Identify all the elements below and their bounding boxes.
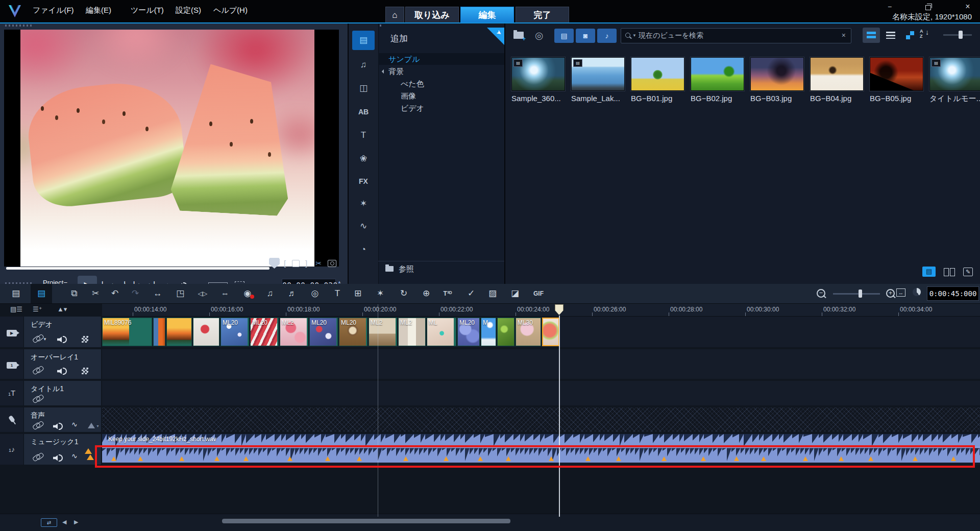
track-header-overlay[interactable]: 1 オーバーレイ1 <box>0 349 101 379</box>
transition-library-icon[interactable]: ◫ <box>352 79 375 98</box>
sort-button[interactable]: ↓AZ <box>920 29 923 39</box>
gallery-item[interactable]: BG−B04.jpg <box>810 57 864 103</box>
check-overlay-button[interactable]: ✓ <box>463 287 479 300</box>
fx-library-icon[interactable]: FX <box>352 172 375 191</box>
thumbnail-size-slider-thumb[interactable] <box>959 31 963 39</box>
audio-point-icon[interactable] <box>88 423 95 428</box>
split-clip-button[interactable]: ◁▷ <box>195 287 210 300</box>
waveform-toggle-icon[interactable]: ∿ <box>71 452 78 460</box>
timeline-clip[interactable]: ML20 <box>339 318 368 346</box>
tree-item-画像[interactable]: 画像 <box>378 90 504 102</box>
track-list-icon[interactable]: ▤☰ <box>10 305 22 313</box>
timeline-view-button[interactable]: ▤ <box>34 287 49 300</box>
track-header-title[interactable]: 1T タイトル1 <box>0 381 101 405</box>
gallery-item[interactable]: BG−B05.jpg <box>870 57 923 103</box>
overlay-library-icon[interactable]: ❀ <box>352 149 375 168</box>
timeline-clip[interactable]: ML2 <box>369 318 397 346</box>
timeline-clip[interactable]: M <box>481 318 496 346</box>
horizontal-scrollbar[interactable] <box>222 519 510 523</box>
menu-item-3[interactable]: 設定(S) <box>176 6 201 15</box>
thumbnail-size-slider[interactable] <box>943 34 972 36</box>
timeline-clip[interactable]: ML20 <box>309 318 338 346</box>
gallery-item[interactable]: BG−B01.jpg <box>631 57 684 103</box>
tab-編集[interactable]: 編集 <box>460 7 514 22</box>
audio-mixer-button[interactable]: ♫ <box>262 287 278 300</box>
record-capture-button[interactable]: ◉ <box>240 287 255 300</box>
gallery-item[interactable]: ▤Sample_Lak... <box>571 57 625 103</box>
filter-photo-toggle[interactable]: ◙ <box>576 29 595 43</box>
timeline-clip[interactable]: ML2 <box>280 318 308 346</box>
menu-item-2[interactable]: ツール(T) <box>131 6 164 15</box>
resize-button[interactable]: ◳ <box>173 287 188 300</box>
expand-icon[interactable] <box>382 69 386 74</box>
split-tools-button[interactable]: ✂ <box>88 287 103 300</box>
grid-button[interactable]: ⊞ <box>350 287 365 300</box>
track-header-voice[interactable]: 音声 ∿ ▼ <box>0 407 101 432</box>
gif-creator-button[interactable]: GIF <box>531 287 546 300</box>
pin-panel-toggle[interactable]: ➤ <box>487 28 504 45</box>
menu-item-4[interactable]: ヘルプ(H) <box>213 6 248 15</box>
panel-drag-handle[interactable] <box>5 25 33 27</box>
link-icon[interactable] <box>32 395 41 403</box>
timeline-clip[interactable]: ML <box>427 318 456 346</box>
gallery-item[interactable]: ▤タイトルモー... <box>929 57 980 104</box>
project-duration-icon[interactable] <box>913 288 921 296</box>
close-button[interactable]: × <box>963 3 973 11</box>
tab-home[interactable]: ⌂ <box>385 7 404 22</box>
timeline-clip[interactable]: MIL89076 <box>102 318 152 346</box>
scroll-right-icon[interactable]: ▶ <box>74 519 78 525</box>
search-clear-icon[interactable]: × <box>842 31 846 39</box>
tree-item-背景[interactable]: 背景 <box>378 65 504 77</box>
link-icon[interactable] <box>32 422 41 430</box>
timeline-clip[interactable] <box>193 318 219 346</box>
motion-path-icon[interactable]: ∿ <box>352 216 375 236</box>
dual-pane-toggle[interactable] <box>943 267 956 277</box>
audio-point-dropdown-icon[interactable]: ▼ <box>96 424 100 428</box>
title-track-body[interactable] <box>102 381 980 405</box>
speed-time-icon[interactable]: ◔ <box>352 240 375 259</box>
import-media-button[interactable]: + <box>513 32 524 40</box>
tree-item-べた色[interactable]: べた色 <box>378 78 504 89</box>
timeline-clip[interactable]: ML20 <box>250 318 279 346</box>
title-3d-button[interactable]: T³ᴰ <box>440 287 455 300</box>
timeline-clip[interactable] <box>497 318 514 346</box>
browse-button[interactable]: 参照 <box>378 261 504 277</box>
link-icon[interactable] <box>32 367 41 375</box>
redo-button[interactable]: ↷ <box>128 287 143 300</box>
waveform-toggle-icon[interactable]: ∿ <box>71 420 78 428</box>
timeline-ruler[interactable]: 00:00:14:0000:00:16:0000:00:18:0000:00:2… <box>102 304 980 317</box>
filter-audio-toggle[interactable]: ♪ <box>597 29 617 43</box>
voice-track-body[interactable] <box>102 407 980 432</box>
link-icon[interactable] <box>32 453 41 462</box>
fit-project-button[interactable]: ↔ <box>150 287 165 300</box>
timeline-clip[interactable]: ML20 <box>457 318 480 346</box>
timeline-clip[interactable]: ML2 <box>398 318 426 346</box>
mark-out-icon[interactable]: ] <box>305 259 307 268</box>
link-icon[interactable] <box>32 335 41 343</box>
text-title-icon[interactable]: T <box>352 126 375 145</box>
library-panel-toggle[interactable]: ▤ <box>922 267 936 277</box>
auto-music-button[interactable]: ♬ <box>285 287 300 300</box>
capture-button[interactable]: ◎ <box>535 30 544 41</box>
menu-item-0[interactable]: ファイル(F) <box>33 6 74 15</box>
audio-library-icon[interactable]: ♫ <box>352 55 375 75</box>
timeline-clip[interactable]: ML20 <box>220 318 249 346</box>
split-scissors-icon[interactable]: ✂ <box>315 259 322 268</box>
add-folder-button[interactable]: 追加 <box>384 33 408 44</box>
view-scene-button[interactable] <box>863 28 880 43</box>
tree-item-ビデオ[interactable]: ビデオ <box>378 102 504 114</box>
menu-item-1[interactable]: 編集(E) <box>86 6 111 15</box>
zoom-in-icon[interactable]: + <box>886 289 895 298</box>
mask-editor-button[interactable]: ▨ <box>485 287 500 300</box>
mark-in-icon[interactable]: [ <box>284 259 286 268</box>
zoom-out-icon[interactable]: − <box>817 289 825 298</box>
loop-settings-button[interactable]: ↻ <box>396 287 411 300</box>
beat-marker-icon[interactable] <box>87 454 94 460</box>
split-tone-button[interactable]: ◪ <box>507 287 523 300</box>
filter-wand-icon[interactable]: ✶ <box>352 194 375 213</box>
filter-video-toggle[interactable]: ▤ <box>554 29 574 43</box>
timeline-clip[interactable]: ML30 <box>516 318 541 346</box>
timeline-clip[interactable] <box>166 318 192 346</box>
trim-frame-icon[interactable] <box>292 260 300 267</box>
motion-tracking-button[interactable]: ⊕ <box>419 287 434 300</box>
